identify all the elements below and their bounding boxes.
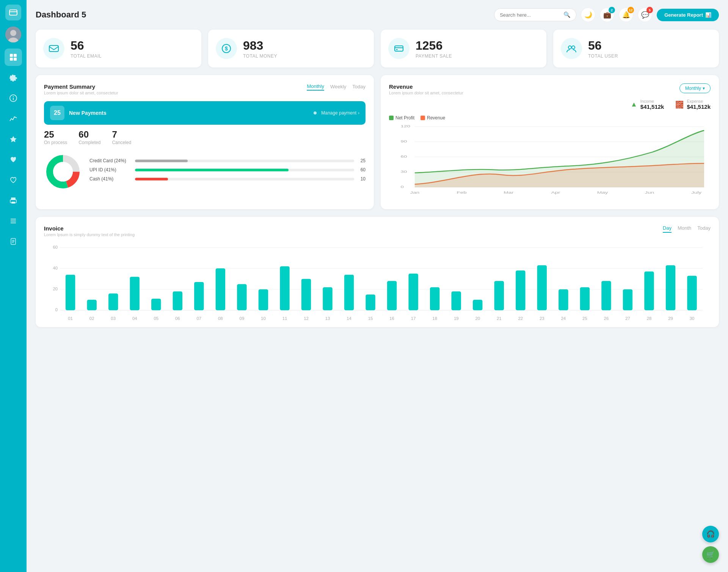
sidebar-item-favorites[interactable] (5, 130, 22, 148)
stat-payment-value: 1256 (416, 39, 452, 53)
invoice-tab-month[interactable]: Month (678, 225, 691, 233)
svg-rect-70 (173, 291, 182, 310)
invoice-subtitle: Lorem Ipsum is simply dummy text of the … (44, 232, 135, 237)
sidebar-item-dashboard[interactable] (5, 49, 22, 66)
manage-payment-link[interactable]: Manage payment › (321, 110, 359, 116)
avatar[interactable] (5, 27, 21, 42)
tab-today[interactable]: Today (352, 84, 366, 90)
invoice-tab-day[interactable]: Day (663, 225, 672, 233)
sidebar-item-print[interactable] (5, 192, 22, 209)
svg-text:Mar: Mar (504, 191, 513, 194)
svg-text:17: 17 (411, 316, 416, 321)
expense-label: Expense (687, 99, 711, 103)
legend-dot-revenue (420, 116, 425, 120)
email-icon-wrap (43, 38, 64, 59)
svg-text:26: 26 (604, 316, 609, 321)
svg-rect-102 (516, 271, 525, 310)
svg-rect-78 (259, 289, 268, 310)
tab-monthly[interactable]: Monthly (307, 83, 324, 91)
generate-report-button[interactable]: Generate Report 📊 (657, 9, 719, 21)
sidebar-item-heart[interactable] (5, 151, 22, 168)
chat-btn[interactable]: 💬 5 (638, 8, 652, 22)
svg-rect-106 (559, 289, 568, 310)
sidebar-item-settings[interactable] (5, 69, 22, 86)
cash-track (135, 178, 354, 180)
invoice-tab-today[interactable]: Today (697, 225, 711, 233)
svg-text:01: 01 (68, 316, 73, 321)
svg-rect-98 (473, 300, 482, 310)
svg-text:15: 15 (368, 316, 373, 321)
income-label: Income (640, 99, 664, 103)
invoice-card: Invoice Lorem Ipsum is simply dummy text… (36, 217, 719, 327)
revenue-monthly-btn[interactable]: Monthly ▾ (679, 83, 711, 93)
on-process-stat: 25 On process (44, 129, 67, 145)
svg-rect-60 (66, 275, 75, 310)
svg-text:July: July (691, 191, 702, 194)
sidebar-item-list[interactable] (5, 212, 22, 230)
svg-point-29 (568, 46, 571, 49)
svg-rect-66 (130, 277, 140, 310)
svg-rect-86 (344, 275, 354, 310)
svg-text:22: 22 (518, 316, 523, 321)
dark-mode-btn[interactable]: 🌙 (581, 8, 595, 22)
stat-money-label: TOTAL MONEY (243, 53, 277, 59)
bell-btn[interactable]: 🔔 12 (619, 8, 633, 22)
chart-legend: Net Profit Revenue (389, 115, 711, 121)
sidebar-item-analytics[interactable] (5, 110, 22, 127)
search-input[interactable] (500, 12, 560, 18)
svg-text:0: 0 (401, 185, 404, 189)
svg-text:04: 04 (132, 316, 137, 321)
cash-val: 10 (358, 176, 366, 182)
svg-text:30: 30 (690, 316, 695, 321)
stat-email-text: 56 TOTAL EMAIL (71, 39, 102, 59)
header: Dashboard 5 🔍 🌙 💼 2 🔔 12 💬 5 Gen (36, 8, 719, 22)
cc-fill (135, 160, 188, 162)
invoice-tabs: Day Month Today (663, 225, 711, 233)
svg-text:12: 12 (304, 316, 309, 321)
payment-summary-header: Payment Summary Lorem ipsum dolor sit am… (44, 83, 366, 95)
cc-track (135, 160, 354, 162)
stat-card-payment: 1256 PAYMENT SALE (381, 30, 546, 67)
svg-text:06: 06 (175, 316, 180, 321)
stat-payment-text: 1256 PAYMENT SALE (416, 39, 452, 59)
support-fab[interactable]: 🎧 (702, 526, 719, 542)
sidebar-logo (5, 5, 21, 20)
expense-item: 🧱 Expense $41,512k (675, 99, 711, 110)
svg-text:07: 07 (197, 316, 202, 321)
svg-text:29: 29 (668, 316, 673, 321)
svg-rect-80 (280, 266, 289, 310)
svg-rect-13 (11, 197, 16, 200)
svg-text:03: 03 (111, 316, 116, 321)
sidebar-item-info[interactable] (5, 89, 22, 107)
cart-fab[interactable]: 🛒 (702, 546, 719, 563)
tab-weekly[interactable]: Weekly (330, 84, 346, 90)
headphone-icon: 🎧 (706, 530, 715, 538)
svg-point-30 (572, 46, 575, 49)
svg-text:18: 18 (432, 316, 437, 321)
payment-stats-row: 25 On process 60 Completed 7 Canceled (44, 129, 366, 145)
sidebar-item-heart2[interactable] (5, 171, 22, 189)
upi-label: UPI ID (41%) (89, 167, 131, 172)
svg-marker-12 (10, 136, 17, 142)
sidebar-item-docs[interactable] (5, 233, 22, 250)
payment-summary-subtitle: Lorem ipsum dolor sit amet, consectetur (44, 91, 118, 95)
income-value: $41,512k (640, 103, 664, 110)
svg-rect-118 (687, 276, 697, 310)
revenue-card: Revenue Lorem ipsum dolor sit amet, cons… (381, 75, 719, 209)
stat-card-money: $ 983 TOTAL MONEY (208, 30, 374, 67)
svg-text:$: $ (225, 45, 228, 52)
completed-stat: 60 Completed (78, 129, 100, 145)
payment-icon-wrap (388, 38, 410, 59)
svg-rect-112 (623, 289, 632, 310)
legend-label-revenue: Revenue (427, 115, 445, 121)
svg-rect-72 (194, 282, 204, 310)
new-payments-dot (314, 111, 317, 114)
sidebar (0, 0, 27, 572)
wallet-btn[interactable]: 💼 2 (600, 8, 614, 22)
header-actions: 🔍 🌙 💼 2 🔔 12 💬 5 Generate Report 📊 (494, 8, 719, 22)
svg-text:27: 27 (625, 316, 630, 321)
new-payments-count: 25 (50, 106, 64, 120)
svg-rect-23 (49, 45, 58, 52)
generate-report-label: Generate Report (664, 12, 703, 18)
progress-list: Credit Card (24%) 25 UPI ID (41%) 60 (89, 158, 366, 185)
